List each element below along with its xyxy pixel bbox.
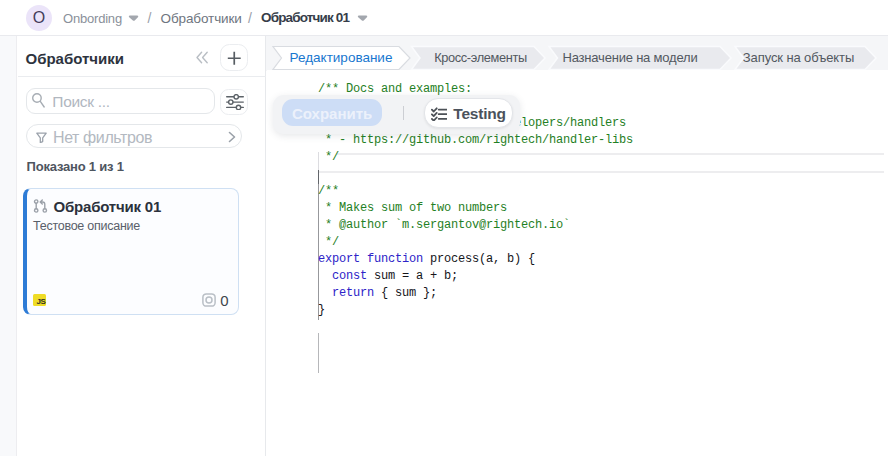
svg-text:Кросс-элементы: Кросс-элементы [434, 50, 527, 65]
svg-text:Назначение на модели: Назначение на модели [563, 50, 698, 65]
svg-text:Редактирование: Редактирование [290, 50, 393, 65]
svg-text:Запуск на объекты: Запуск на объекты [743, 50, 854, 65]
